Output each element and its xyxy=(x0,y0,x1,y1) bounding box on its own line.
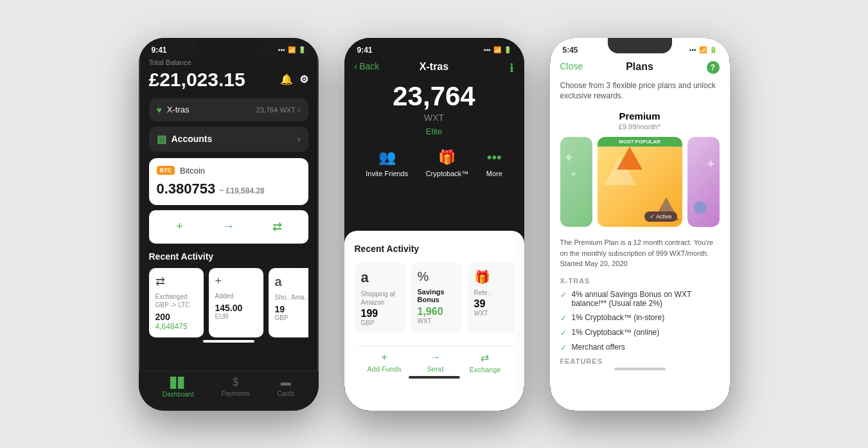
activity-card-2[interactable]: + Added 145.00 EUR xyxy=(209,268,263,337)
wifi-icon: 📶 xyxy=(288,46,296,53)
gift2-icon: 🎁 xyxy=(474,269,513,285)
check2-icon: ✓ xyxy=(560,314,567,323)
nav-cards[interactable]: ▬ Cards xyxy=(277,377,294,398)
home-indicator-3 xyxy=(614,368,666,370)
accounts-icon: ▤ xyxy=(157,133,166,145)
cards-icon: ▬ xyxy=(281,377,291,388)
activity3-title: Sho.. Ama.. xyxy=(275,293,308,301)
phone2-recent-title: Recent Activity xyxy=(355,244,514,254)
nav-payments[interactable]: $ Payments xyxy=(221,377,249,398)
activity-card-3[interactable]: a Sho.. Ama.. 19 GBP xyxy=(269,268,308,337)
active-badge: ✓ Active xyxy=(644,211,677,222)
add-icon: + xyxy=(381,352,387,363)
check1-icon: ✓ xyxy=(560,291,567,300)
activity3-amount: 19 xyxy=(275,304,308,314)
more[interactable]: ••• More xyxy=(486,149,502,177)
phone1: 9:41 ▪▪▪ 📶 🔋 Total Balance £21,023.15 🔔 … xyxy=(139,38,319,411)
nav-dashboard[interactable]: ▊▊ Dashboard xyxy=(163,377,194,398)
accounts-row[interactable]: ▤ Accounts › xyxy=(149,127,308,152)
phone1-content: Total Balance £21,023.15 🔔 ⚙ ♥ X-tras 23… xyxy=(139,58,319,337)
send-button[interactable]: → xyxy=(216,217,242,237)
add-funds-btn[interactable]: + Add Funds xyxy=(368,352,402,373)
close-button[interactable]: Close xyxy=(560,61,583,71)
percent-icon: % xyxy=(418,269,456,284)
phone2-title: X-tras xyxy=(420,61,448,72)
phone2-card-2[interactable]: % Savings Bonus 1,960 WXT xyxy=(411,263,463,333)
feature-1: ✓ 4% annual Savings Bonus on WXT balance… xyxy=(560,290,720,308)
card1-amount: 199 xyxy=(361,308,400,319)
info-button[interactable]: ℹ xyxy=(509,61,514,75)
card3-amount: 39 xyxy=(474,298,513,310)
phone2-bottom: Recent Activity a Shopping at Amazon 199… xyxy=(344,231,524,411)
battery2-icon: 🔋 xyxy=(504,46,511,53)
gift-icon: 🎁 xyxy=(438,149,456,166)
back-button[interactable]: ‹ Back xyxy=(355,61,380,71)
activity-cards: ⇄ Exchanged GBP -> LTC 200 4,648475 + Ad… xyxy=(149,268,308,337)
phones-container: 9:41 ▪▪▪ 📶 🔋 Total Balance £21,023.15 🔔 … xyxy=(126,25,743,424)
question-button[interactable]: ? xyxy=(707,61,720,74)
status-icons-1: ▪▪▪ 📶 🔋 xyxy=(278,46,306,53)
card3-sub: WXT xyxy=(474,310,513,317)
header-icons: 🔔 ⚙ xyxy=(280,73,308,85)
phone2-card-3[interactable]: 🎁 Refe.. 39 WXT xyxy=(468,263,514,333)
heart-icon: ♥ xyxy=(157,105,162,115)
exchange-icon2: ⇄ xyxy=(481,352,489,364)
time-1: 9:41 xyxy=(152,46,167,55)
plan-card-center[interactable]: MOST POPULAR ✓ Active xyxy=(598,137,682,227)
plans-carousel: ✦ ✦ MOST POPULAR ✓ Active xyxy=(560,137,720,227)
card1-sub: GBP xyxy=(361,319,400,327)
bell-icon[interactable]: 🔔 xyxy=(280,73,293,85)
btc-badge: BTC xyxy=(157,166,175,175)
send-btn[interactable]: → Send xyxy=(427,352,444,373)
feature-4: ✓ Merchant offers xyxy=(560,343,720,352)
signal3-icon: ▪▪▪ xyxy=(689,46,696,53)
status-icons-2: ▪▪▪ 📶 🔋 xyxy=(484,46,511,53)
xtras-section-title: X-TRAS xyxy=(550,277,730,285)
plans-price: £9.99/month* xyxy=(560,123,720,130)
gear-icon[interactable]: ⚙ xyxy=(299,73,308,85)
bitcoin-card[interactable]: BTC Bitcoin 0.380753 ~ £19,584.28 xyxy=(149,158,308,205)
card1-label: Shopping at Amazon xyxy=(361,290,400,307)
invite-friends[interactable]: 👥 Invite Friends xyxy=(366,149,408,177)
exchange-button[interactable]: ⇄ xyxy=(265,217,290,237)
activity-card-1[interactable]: ⇄ Exchanged GBP -> LTC 200 4,648475 xyxy=(149,268,204,337)
notch3 xyxy=(608,38,672,53)
chevron-left-icon: ‹ xyxy=(355,61,358,71)
phone2-activity-cards: a Shopping at Amazon 199 GBP % Savings B… xyxy=(355,263,514,333)
phone3-title: Plans xyxy=(626,61,653,72)
phone1-screen: 9:41 ▪▪▪ 📶 🔋 Total Balance £21,023.15 🔔 … xyxy=(139,38,319,411)
phone2: 9:41 ▪▪▪ 📶 🔋 ‹ Back X-tras ℹ 23,764 WXT … xyxy=(344,38,524,411)
xtras-label: X-tras xyxy=(167,105,190,114)
add-button[interactable]: + xyxy=(167,217,193,237)
amazon2-icon: a xyxy=(361,269,400,286)
recent-activity-title: Recent Activity xyxy=(149,251,308,262)
phone2-currency: WXT xyxy=(344,112,524,123)
xtras-row[interactable]: ♥ X-tras 23,764 WXT › xyxy=(149,98,308,121)
notch2 xyxy=(402,38,466,53)
more-icon: ••• xyxy=(487,149,502,166)
exchange-btn[interactable]: ⇄ Exchange xyxy=(470,352,501,373)
check3-icon: ✓ xyxy=(560,328,567,337)
activity1-title: Exchanged GBP -> LTC xyxy=(155,292,197,309)
time-3: 5:45 xyxy=(563,46,578,55)
plans-section: Premium £9.99/month* ✦ ✦ MOST POPULAR xyxy=(550,111,730,227)
balance-label: Total Balance xyxy=(149,58,308,66)
check4-icon: ✓ xyxy=(560,343,567,352)
exchange-icon: ⇄ xyxy=(155,274,197,289)
signal2-icon: ▪▪▪ xyxy=(484,46,491,53)
home-indicator-2 xyxy=(409,376,460,379)
plan-card-right[interactable]: ✦ xyxy=(687,137,720,227)
wifi2-icon: 📶 xyxy=(493,46,501,53)
action-buttons: + → ⇄ xyxy=(149,210,308,244)
time-2: 9:41 xyxy=(357,46,373,55)
payments-icon: $ xyxy=(233,377,238,388)
phone3: 5:45 ▪▪▪ 📶 🔋 Close Plans ? Choose from 3… xyxy=(550,38,730,411)
phone2-card-1[interactable]: a Shopping at Amazon 199 GBP xyxy=(355,263,406,333)
signal-icon: ▪▪▪ xyxy=(278,46,285,53)
send-icon: → xyxy=(430,352,441,363)
wifi3-icon: 📶 xyxy=(699,46,707,53)
cryptoback[interactable]: 🎁 Cryptoback™ xyxy=(426,149,469,177)
invite-icon: 👥 xyxy=(378,149,396,166)
btc-name: Bitcoin xyxy=(180,166,205,175)
plan-card-left[interactable]: ✦ ✦ xyxy=(560,137,592,227)
